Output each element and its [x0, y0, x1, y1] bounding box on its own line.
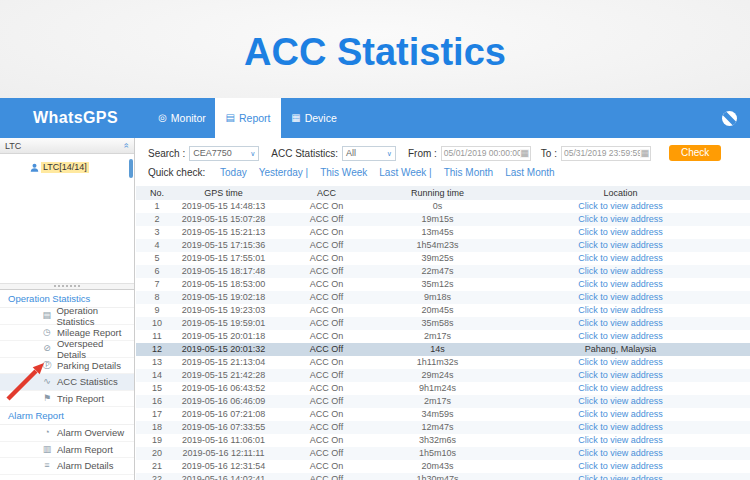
splitter-handle[interactable]: [0, 283, 134, 290]
acc-statistics-select[interactable]: All ∨: [342, 146, 396, 161]
location-link[interactable]: Click to view address: [578, 370, 663, 380]
row-no: 20: [136, 447, 178, 460]
location-link[interactable]: Click to view address: [578, 201, 663, 211]
col-no[interactable]: No.: [136, 186, 178, 200]
gps-time: 2019-05-15 21:13:04: [178, 356, 269, 369]
location-link[interactable]: Click to view address: [578, 266, 663, 276]
check-button[interactable]: Check: [669, 145, 721, 161]
sidebar-item-parking-details[interactable]: ⓅParking Details: [0, 358, 134, 375]
sidebar-item-alarm-overview[interactable]: ◔Alarm Overview: [0, 425, 134, 442]
location-link[interactable]: Click to view address: [578, 240, 663, 250]
row-no: 4: [136, 239, 178, 252]
location-link[interactable]: Click to view address: [578, 331, 663, 341]
location-link[interactable]: Click to view address: [578, 227, 663, 237]
quick-link-last-month[interactable]: Last Month: [505, 167, 554, 178]
quick-links: TodayYesterday |This WeekLast Week |This…: [208, 167, 555, 178]
table-row[interactable]: 62019-05-15 18:17:48ACC Off22m47sClick t…: [136, 265, 750, 278]
location-link[interactable]: Click to view address: [578, 474, 663, 480]
table-row[interactable]: 182019-05-16 07:33:55ACC Off12m47sClick …: [136, 421, 750, 434]
gps-time: 2019-05-16 06:46:09: [178, 395, 269, 408]
table-row[interactable]: 12019-05-15 14:48:13ACC On0sClick to vie…: [136, 200, 750, 213]
table-row[interactable]: 92019-05-15 19:23:03ACC On20m45sClick to…: [136, 304, 750, 317]
location-link[interactable]: Click to view address: [578, 448, 663, 458]
location-link[interactable]: Click to view address: [578, 305, 663, 315]
table-row[interactable]: 152019-05-16 06:43:52ACC On9h1m24sClick …: [136, 382, 750, 395]
quick-link-today[interactable]: Today: [220, 167, 247, 178]
location-link[interactable]: Click to view address: [578, 253, 663, 263]
sidebar-item-alarm-report[interactable]: ▥Alarm Report: [0, 442, 134, 459]
sidebar-item-label: Alarm Overview: [57, 427, 124, 438]
brand-logo[interactable]: WhatsGPS: [33, 98, 145, 138]
table-row[interactable]: 102019-05-15 19:59:01ACC Off35m58sClick …: [136, 317, 750, 330]
table-row[interactable]: 172019-05-16 07:21:08ACC On34m59sClick t…: [136, 408, 750, 421]
sidebar-item-overspeed-details[interactable]: ⊘Overspeed Details: [0, 341, 134, 358]
location-link[interactable]: Click to view address: [578, 396, 663, 406]
table-row[interactable]: 112019-05-15 20:01:18ACC On2m17sClick to…: [136, 330, 750, 343]
quick-link-this-week[interactable]: This Week: [320, 167, 367, 178]
tab-device[interactable]: ▦Device: [281, 98, 347, 138]
tab-monitor[interactable]: ◎Monitor: [149, 98, 215, 138]
to-date-value: 05/31/2019 23:59:59: [564, 148, 642, 158]
acc-state: ACC Off: [269, 213, 384, 226]
location-link[interactable]: Click to view address: [578, 279, 663, 289]
sidebar-item-acc-statistics[interactable]: ∿ACC Statistics: [0, 374, 134, 391]
table-row[interactable]: 162019-05-16 06:46:09ACC Off2m17sClick t…: [136, 395, 750, 408]
quick-link-last-week[interactable]: Last Week |: [379, 167, 431, 178]
row-no: 8: [136, 291, 178, 304]
globe-icon[interactable]: [722, 111, 737, 126]
search-select[interactable]: CEA7750 ∨: [189, 146, 259, 161]
sidebar-item-label: Trip Report: [57, 393, 104, 404]
location-link[interactable]: Click to view address: [578, 357, 663, 367]
tab-report[interactable]: ▤Report: [215, 98, 281, 138]
location-link[interactable]: Click to view address: [578, 318, 663, 328]
table-row[interactable]: 32019-05-15 15:21:13ACC On13m45sClick to…: [136, 226, 750, 239]
from-date-input[interactable]: 05/01/2019 00:00:00 ▦: [441, 146, 531, 161]
sidebar-item-label: Alarm Details: [57, 460, 114, 471]
col-location[interactable]: Location: [491, 186, 750, 200]
table-row[interactable]: 222019-05-16 14:02:41ACC Off1h30m47sClic…: [136, 473, 750, 480]
calendar-icon[interactable]: ▦: [640, 149, 649, 158]
table-row[interactable]: 42019-05-15 17:15:36ACC Off1h54m23sClick…: [136, 239, 750, 252]
acc-state: ACC On: [269, 356, 384, 369]
to-date-input[interactable]: 05/31/2019 23:59:59 ▦: [561, 146, 651, 161]
acc-table-body: 12019-05-15 14:48:13ACC On0sClick to vie…: [136, 200, 750, 480]
location-link[interactable]: Click to view address: [578, 422, 663, 432]
col-acc[interactable]: ACC: [269, 186, 384, 200]
col-gps-time[interactable]: GPS time: [178, 186, 269, 200]
row-no: 15: [136, 382, 178, 395]
table-row[interactable]: 52019-05-15 17:55:01ACC On39m25sClick to…: [136, 252, 750, 265]
alarm-report-icon: ▥: [42, 445, 52, 454]
table-row[interactable]: 122019-05-15 20:01:32ACC Off14sPahang, M…: [136, 343, 750, 356]
table-row[interactable]: 132019-05-15 21:13:04ACC On1h11m32sClick…: [136, 356, 750, 369]
table-row[interactable]: 202019-05-16 12:11:11ACC Off1h5m10sClick…: [136, 447, 750, 460]
sidebar-item-alarm-details[interactable]: ≡Alarm Details: [0, 458, 134, 475]
location-link[interactable]: Click to view address: [578, 383, 663, 393]
location-link[interactable]: Click to view address: [578, 292, 663, 302]
tree-node-ltc[interactable]: LTC[14/14]: [30, 162, 89, 173]
quick-link-this-month[interactable]: This Month: [444, 167, 493, 178]
sidebar-menu: Operation Statistics▤Operation Statistic…: [0, 290, 134, 480]
tab-label: Report: [239, 112, 271, 124]
location-link[interactable]: Click to view address: [578, 409, 663, 419]
gps-time: 2019-05-15 19:02:18: [178, 291, 269, 304]
table-row[interactable]: 22019-05-15 15:07:28ACC Off19m15sClick t…: [136, 213, 750, 226]
calendar-icon[interactable]: ▦: [520, 149, 529, 158]
quick-check-row: Quick check: TodayYesterday |This WeekLa…: [136, 161, 750, 183]
collapse-up-icon[interactable]: »: [122, 143, 131, 148]
quick-link-yesterday[interactable]: Yesterday |: [259, 167, 308, 178]
table-row[interactable]: 192019-05-16 11:06:01ACC On3h32m6sClick …: [136, 434, 750, 447]
tree-scrollbar[interactable]: [129, 159, 133, 178]
running-time: 35m12s: [384, 278, 491, 291]
location-link[interactable]: Click to view address: [578, 214, 663, 224]
table-row[interactable]: 72019-05-15 18:53:00ACC On35m12sClick to…: [136, 278, 750, 291]
sidebar-item-trip-report[interactable]: ⚑Trip Report: [0, 391, 134, 408]
location-link[interactable]: Click to view address: [578, 435, 663, 445]
col-running-time[interactable]: Running time: [384, 186, 491, 200]
location-cell: Click to view address: [491, 421, 750, 434]
sidebar-item-operation-statistics[interactable]: ▤Operation Statistics: [0, 308, 134, 325]
table-row[interactable]: 82019-05-15 19:02:18ACC Off9m18sClick to…: [136, 291, 750, 304]
table-row[interactable]: 142019-05-15 21:42:28ACC Off29m24sClick …: [136, 369, 750, 382]
location-cell: Click to view address: [491, 317, 750, 330]
location-link[interactable]: Click to view address: [578, 461, 663, 471]
table-row[interactable]: 212019-05-16 12:31:54ACC On20m43sClick t…: [136, 460, 750, 473]
